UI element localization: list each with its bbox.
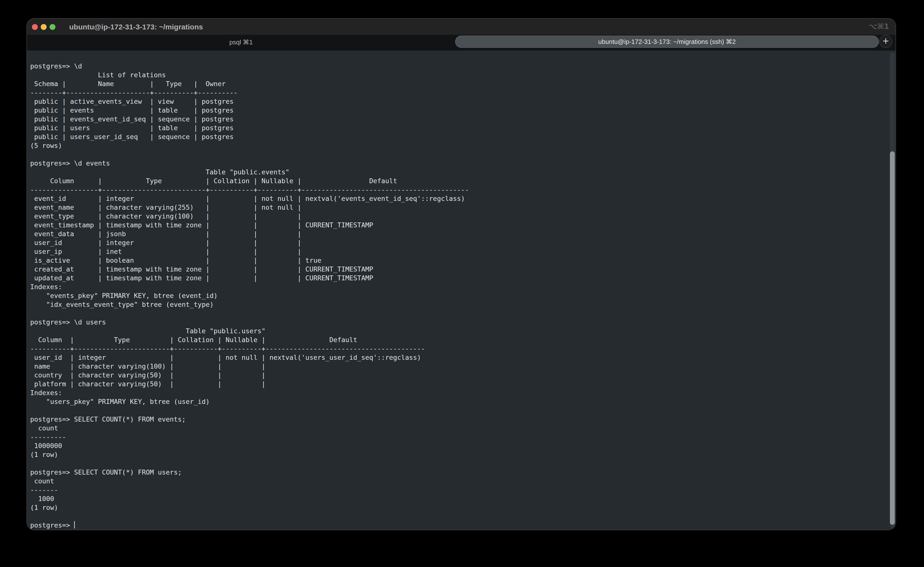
window-shortcut-badge: ⌥⌘1: [869, 19, 889, 35]
terminal-window: ubuntu@ip-172-31-3-173: ~/migrations ⌥⌘1…: [27, 19, 895, 530]
terminal-screen[interactable]: postgres=> \d List of relations Schema |…: [27, 51, 895, 530]
scrollbar-track: [890, 52, 895, 528]
terminal-cursor: [74, 521, 75, 528]
terminal-prompt: postgres=>: [30, 521, 74, 529]
zoom-button-icon[interactable]: [50, 24, 56, 30]
tab-bar: psql ⌘1 ubuntu@ip-172-31-3-173: ~/migrat…: [27, 35, 895, 51]
window-title: ubuntu@ip-172-31-3-173: ~/migrations: [69, 19, 203, 35]
terminal-scrollback-text: postgres=> \d List of relations Schema |…: [30, 62, 469, 512]
close-button-icon[interactable]: [32, 24, 38, 30]
tab-psql[interactable]: psql ⌘1: [27, 35, 455, 50]
minimize-button-icon[interactable]: [41, 24, 47, 30]
titlebar: ubuntu@ip-172-31-3-173: ~/migrations ⌥⌘1: [27, 19, 895, 35]
tab-ssh-session[interactable]: ubuntu@ip-172-31-3-173: ~/migrations (ss…: [455, 36, 879, 48]
new-tab-button[interactable]: +: [879, 35, 892, 48]
window-controls: [32, 24, 56, 30]
terminal-output: postgres=> \d List of relations Schema |…: [30, 62, 469, 530]
scrollbar-thumb[interactable]: [890, 152, 895, 525]
